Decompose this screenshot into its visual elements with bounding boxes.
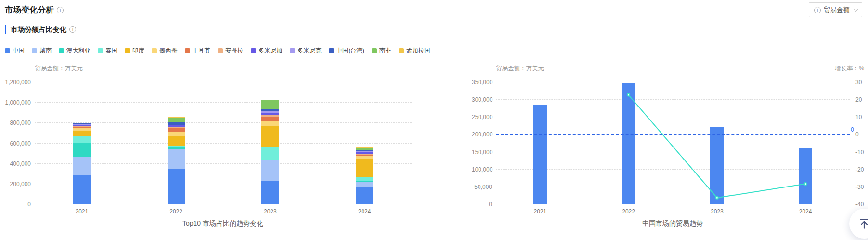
stacked-bar-segment[interactable] <box>73 128 91 131</box>
stacked-bar-segment[interactable] <box>168 125 185 125</box>
x-axis-tick-label: 2022 <box>622 208 635 215</box>
stacked-bar-segment[interactable] <box>261 160 279 160</box>
stacked-bar-segment[interactable] <box>168 127 185 128</box>
stacked-bar-segment[interactable] <box>73 136 91 143</box>
stacked-bar-segment[interactable] <box>73 143 91 157</box>
stacked-bar-segment[interactable] <box>261 100 279 110</box>
stacked-bar-segment[interactable] <box>168 125 185 127</box>
y-axis-tick-label: 1,000,000 <box>0 99 31 106</box>
left-y-axis-tick-label: 200,000 <box>472 131 492 138</box>
stacked-bar-segment[interactable] <box>356 155 373 156</box>
stacked-bar-segment[interactable] <box>168 146 185 147</box>
left-y-axis-unit-label: 贸易金额：万美元 <box>496 65 544 73</box>
stacked-bar-segment[interactable] <box>73 127 91 128</box>
legend-item-4[interactable]: 泰国 <box>98 47 117 55</box>
stacked-bar-segment[interactable] <box>168 117 185 121</box>
stacked-bar-segment[interactable] <box>356 159 373 177</box>
zero-growth-markline <box>496 134 850 135</box>
legend-item-6[interactable]: 墨西哥 <box>152 47 178 55</box>
stacked-bar-segment[interactable] <box>168 128 185 132</box>
y-axis-tick-label: 600,000 <box>0 140 31 147</box>
stacked-bar-segment[interactable] <box>73 157 91 175</box>
legend-swatch <box>185 48 190 53</box>
stacked-bar-segment[interactable] <box>73 124 91 125</box>
stacked-bar-segment[interactable] <box>356 151 373 152</box>
stacked-bar-segment[interactable] <box>261 160 279 181</box>
stacked-bar-segment[interactable] <box>356 182 373 188</box>
stacked-bar-segment[interactable] <box>356 148 373 150</box>
left-y-axis-tick-label: 50,000 <box>472 184 492 190</box>
trade-amount-bar[interactable] <box>799 148 812 204</box>
gridline <box>35 163 412 164</box>
gridline <box>496 152 850 152</box>
legend-item-13[interactable]: 孟加拉国 <box>399 47 430 55</box>
legend-item-label: 印度 <box>132 47 144 55</box>
stacked-bar-segment[interactable] <box>261 126 279 147</box>
legend-item-1[interactable]: 中国 <box>5 47 25 55</box>
stacked-bar-segment[interactable] <box>356 152 373 154</box>
stacked-bar-segment[interactable] <box>168 149 185 169</box>
x-axis-tick-label: 2023 <box>711 208 724 215</box>
stacked-bar-segment[interactable] <box>73 123 91 123</box>
legend-swatch <box>5 48 10 53</box>
chart-title: Top10 市场占比的趋势变化 <box>182 219 263 228</box>
stacked-bar-segment[interactable] <box>261 111 279 113</box>
legend-item-label: 澳大利亚 <box>66 47 91 55</box>
stacked-bar-segment[interactable] <box>73 123 91 123</box>
stacked-bar-segment[interactable] <box>356 181 373 182</box>
gridline <box>35 122 412 123</box>
legend-item-label: 安哥拉 <box>225 47 244 55</box>
legend-item-label: 墨西哥 <box>159 47 178 55</box>
trade-amount-bar[interactable] <box>710 127 724 204</box>
stacked-bar-segment[interactable] <box>261 121 279 126</box>
stacked-bar-segment[interactable] <box>356 187 373 204</box>
legend-item-5[interactable]: 印度 <box>125 47 144 55</box>
header-divider <box>0 20 868 20</box>
gridline <box>35 82 412 82</box>
right-y-axis-tick-label: -20 <box>855 166 864 173</box>
stacked-bar-segment[interactable] <box>73 126 91 127</box>
trade-amount-bar[interactable] <box>622 83 635 204</box>
stacked-bar-segment[interactable] <box>73 125 91 126</box>
stacked-bar-segment[interactable] <box>73 131 91 136</box>
metric-selector-dropdown[interactable]: i 贸易金额 <box>809 2 862 17</box>
legend-item-2[interactable]: 越南 <box>32 47 52 55</box>
stacked-bar-segment[interactable] <box>356 147 373 148</box>
legend-item-8[interactable]: 安哥拉 <box>218 47 244 55</box>
legend-swatch <box>152 48 157 53</box>
stacked-bar-segment[interactable] <box>168 122 185 125</box>
legend-item-3[interactable]: 澳大利亚 <box>59 47 91 55</box>
right-y-axis-tick-label: -10 <box>855 149 864 156</box>
stacked-bar-segment[interactable] <box>356 177 373 181</box>
trade-amount-bar[interactable] <box>533 105 547 204</box>
y-axis-unit-label: 贸易金额：万美元 <box>35 65 83 73</box>
stacked-bar-segment[interactable] <box>73 123 91 124</box>
stacked-bar-segment[interactable] <box>356 150 373 151</box>
stacked-bar-segment[interactable] <box>168 132 185 136</box>
legend-item-11[interactable]: 中国(台湾) <box>329 47 364 55</box>
stacked-bar-segment[interactable] <box>168 136 185 146</box>
stacked-bar-segment[interactable] <box>261 117 279 121</box>
legend-item-label: 土耳其 <box>193 47 211 55</box>
stacked-bar-segment[interactable] <box>261 113 279 115</box>
stacked-bar-segment[interactable] <box>73 175 91 204</box>
stacked-bar-segment[interactable] <box>168 169 185 204</box>
stacked-bar-segment[interactable] <box>168 117 185 118</box>
stacked-bar-segment[interactable] <box>261 181 279 204</box>
stacked-bar-segment[interactable] <box>356 154 373 155</box>
stacked-bar-segment[interactable] <box>261 115 279 117</box>
growth-rate-line <box>472 57 868 233</box>
info-icon[interactable]: i <box>57 7 64 13</box>
stacked-bar-segment[interactable] <box>356 156 373 159</box>
legend-item-12[interactable]: 南非 <box>372 47 391 55</box>
info-icon[interactable]: i <box>69 26 76 33</box>
legend-item-9[interactable]: 多米尼加 <box>251 47 283 55</box>
stacked-bar-segment[interactable] <box>261 100 279 100</box>
legend-item-7[interactable]: 土耳其 <box>185 47 211 55</box>
stacked-bar-segment[interactable] <box>261 109 279 111</box>
y-axis-tick-label: 400,000 <box>0 160 31 167</box>
legend-item-10[interactable]: 多米尼克 <box>290 47 322 55</box>
stacked-bar-chart: 贸易金额：万美元 Top10 市场占比的趋势变化 1,200,0001,000,… <box>0 57 424 233</box>
stacked-bar-segment[interactable] <box>261 147 279 160</box>
stacked-bar-segment[interactable] <box>168 147 185 149</box>
